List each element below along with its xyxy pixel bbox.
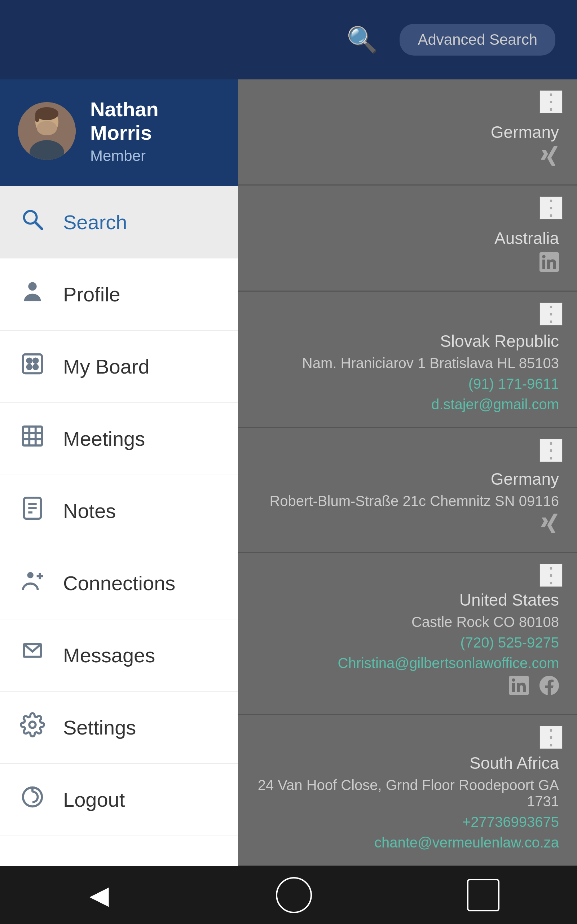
svg-point-27	[29, 722, 36, 728]
content-area: ⋮ Germany ⋮ Australia	[238, 79, 577, 866]
card-email-5[interactable]: Christina@gilbertsonlawoffice.com	[338, 655, 559, 671]
svg-point-8	[28, 282, 36, 290]
user-role: Member	[90, 147, 220, 165]
card-info-6: South Africa 24 Van Hoof Close, Grnd Flo…	[256, 753, 559, 851]
card-avatar-4	[256, 443, 559, 462]
contact-card-2: ⋮ Australia	[238, 186, 577, 292]
card-info-4: Germany Robert-Blum-Straße 21c Chemnitz …	[256, 469, 559, 538]
card-menu-button-4[interactable]: ⋮	[540, 439, 562, 462]
logout-icon	[18, 784, 47, 815]
card-country-5: United States	[459, 590, 559, 610]
sidebar-item-notes[interactable]: Notes	[0, 475, 238, 547]
xing-icon-1	[540, 146, 559, 170]
svg-point-2	[37, 121, 57, 135]
sidebar-profile: Nathan Morris Member	[0, 79, 238, 186]
card-social-2	[540, 252, 559, 276]
sidebar-item-label-logout: Logout	[63, 788, 125, 811]
contact-card-4: ⋮ Germany Robert-Blum-Straße 21c Chemnit…	[238, 428, 577, 553]
sidebar-item-meetings[interactable]: Meetings	[0, 403, 238, 475]
card-avatar-2	[256, 200, 559, 221]
contact-card-6: ⋮ South Africa 24 Van Hoof Close, Grnd F…	[238, 715, 577, 866]
card-avatar-5	[256, 567, 559, 583]
svg-point-11	[34, 359, 38, 363]
messages-icon	[18, 640, 47, 671]
card-menu-button-2[interactable]: ⋮	[540, 196, 562, 220]
avatar	[18, 102, 76, 160]
connections-icon	[18, 568, 47, 599]
card-country-6: South Africa	[469, 753, 559, 773]
person-icon	[18, 279, 47, 310]
sidebar-item-connections[interactable]: Connections	[0, 547, 238, 619]
notes-icon	[18, 496, 47, 527]
card-social-1	[540, 146, 559, 170]
card-info-3: Slovak Republic Nam. Hraniciarov 1 Brati…	[256, 331, 559, 412]
svg-rect-5	[35, 113, 39, 122]
settings-icon	[18, 712, 47, 743]
card-phone-5[interactable]: (720) 525-9275	[460, 635, 559, 651]
sidebar-item-label-connections: Connections	[63, 571, 175, 595]
card-avatar-1	[256, 94, 559, 115]
card-country-4: Germany	[491, 469, 559, 489]
recents-button[interactable]	[467, 879, 500, 911]
svg-point-12	[27, 365, 31, 369]
card-info-2: Australia	[256, 228, 559, 276]
sidebar-item-label-myboard: My Board	[63, 355, 150, 378]
sidebar-item-logout[interactable]: Logout	[0, 764, 238, 836]
main-layout: Nathan Morris Member Search Profile	[0, 79, 577, 866]
card-menu-button-5[interactable]: ⋮	[540, 564, 562, 587]
linkedin-icon-5	[509, 676, 529, 699]
card-country-2: Australia	[495, 228, 559, 248]
card-address-6: 24 Van Hoof Close, Grnd Floor Roodepoort…	[256, 777, 559, 809]
contact-card-1: ⋮ Germany	[238, 79, 577, 186]
meetings-icon	[18, 423, 47, 454]
board-icon	[18, 351, 47, 382]
header-search-icon[interactable]: 🔍	[347, 25, 378, 55]
linkedin-icon-2	[540, 252, 559, 276]
card-phone-3[interactable]: (91) 171-9611	[469, 376, 559, 392]
card-email-3[interactable]: d.stajer@gmail.com	[431, 396, 559, 412]
card-avatar-6	[256, 729, 559, 746]
card-phone-6[interactable]: +27736993675	[462, 814, 559, 830]
card-info-1: Germany	[256, 122, 559, 170]
sidebar: Nathan Morris Member Search Profile	[0, 79, 238, 866]
card-email-6[interactable]: chante@vermeulenlaw.co.za	[374, 835, 559, 851]
sidebar-item-label-search: Search	[63, 210, 127, 234]
card-address-3: Nam. Hraniciarov 1 Bratislava HL 85103	[302, 355, 559, 372]
svg-point-13	[34, 365, 38, 369]
facebook-icon-5	[540, 676, 559, 699]
sidebar-item-label-profile: Profile	[63, 283, 121, 306]
user-name: Nathan Morris	[90, 97, 220, 144]
top-header: 🔍 Advanced Search	[0, 0, 577, 79]
sidebar-item-label-notes: Notes	[63, 499, 116, 523]
svg-line-7	[35, 222, 42, 229]
contact-card-3: ⋮ Slovak Republic Nam. Hraniciarov 1 Bra…	[238, 292, 577, 428]
user-info: Nathan Morris Member	[90, 97, 220, 165]
sidebar-item-label-settings: Settings	[63, 716, 136, 739]
card-social-5	[509, 676, 559, 699]
sidebar-nav: Search Profile My Board	[0, 186, 238, 866]
svg-rect-9	[23, 354, 42, 373]
advanced-search-button[interactable]: Advanced Search	[400, 24, 555, 56]
xing-icon-4	[540, 514, 559, 538]
sidebar-item-myboard[interactable]: My Board	[0, 331, 238, 403]
sidebar-item-settings[interactable]: Settings	[0, 691, 238, 764]
contact-card-5: ⋮ United States Castle Rock CO 80108 (72…	[238, 553, 577, 715]
avatar-image	[18, 102, 76, 160]
card-menu-button-6[interactable]: ⋮	[540, 726, 562, 749]
back-button[interactable]: ◀	[77, 874, 121, 917]
card-country-1: Germany	[491, 122, 559, 142]
sidebar-item-label-messages: Messages	[63, 643, 155, 667]
svg-point-10	[27, 359, 31, 363]
sidebar-item-search[interactable]: Search	[0, 186, 238, 258]
bottom-navigation: ◀	[0, 866, 577, 924]
card-address-4: Robert-Blum-Straße 21c Chemnitz SN 09116	[269, 493, 559, 509]
sidebar-item-profile[interactable]: Profile	[0, 258, 238, 331]
card-menu-button-3[interactable]: ⋮	[540, 302, 562, 326]
card-social-4	[540, 514, 559, 538]
card-menu-button-1[interactable]: ⋮	[540, 90, 562, 113]
card-address-5: Castle Rock CO 80108	[411, 614, 559, 630]
home-button[interactable]	[276, 877, 312, 913]
card-avatar-3	[256, 306, 559, 324]
search-icon	[18, 207, 47, 238]
sidebar-item-messages[interactable]: Messages	[0, 619, 238, 691]
